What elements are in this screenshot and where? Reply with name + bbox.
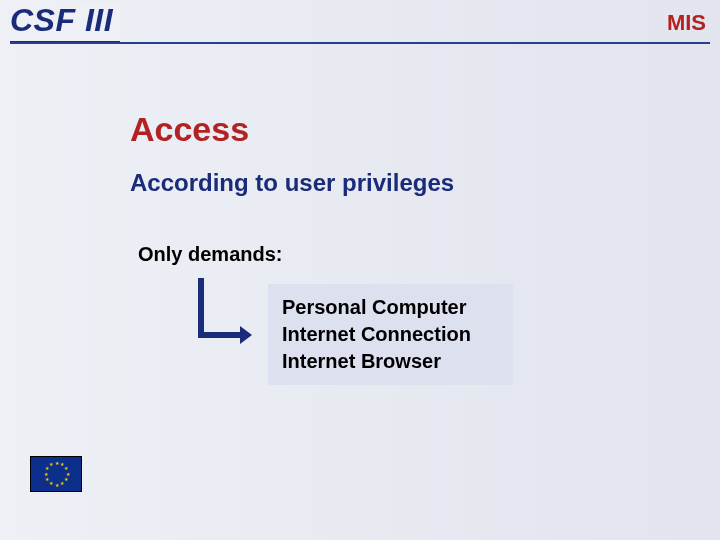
slide-header: CSF III MIS [0, 0, 720, 48]
demands-label: Only demands: [138, 243, 680, 266]
star-icon: ★ [64, 478, 67, 481]
requirement-item: Internet Browser [282, 348, 471, 375]
star-icon: ★ [60, 463, 63, 466]
star-icon: ★ [45, 467, 48, 470]
requirement-item: Internet Connection [282, 321, 471, 348]
star-icon: ★ [49, 463, 52, 466]
star-icon: ★ [45, 478, 48, 481]
star-icon: ★ [55, 462, 58, 465]
section-heading: Access [130, 110, 680, 149]
slide-title-left: CSF III [10, 2, 121, 41]
header-divider [10, 42, 710, 44]
star-icon: ★ [60, 482, 63, 485]
slide-content: Access According to user privileges Only… [130, 110, 680, 385]
requirement-item: Personal Computer [282, 294, 471, 321]
star-icon: ★ [44, 473, 47, 476]
requirements-box: Personal Computer Internet Connection In… [268, 284, 513, 385]
arrow-bracket-icon [190, 278, 250, 356]
eu-flag-icon: ★★★★★★★★★★★★ [30, 456, 82, 492]
demands-row: Personal Computer Internet Connection In… [190, 284, 680, 385]
star-icon: ★ [49, 482, 52, 485]
section-subtitle: According to user privileges [130, 169, 680, 197]
star-icon: ★ [55, 484, 58, 487]
slide-title-right: MIS [667, 10, 706, 36]
star-icon: ★ [64, 467, 67, 470]
